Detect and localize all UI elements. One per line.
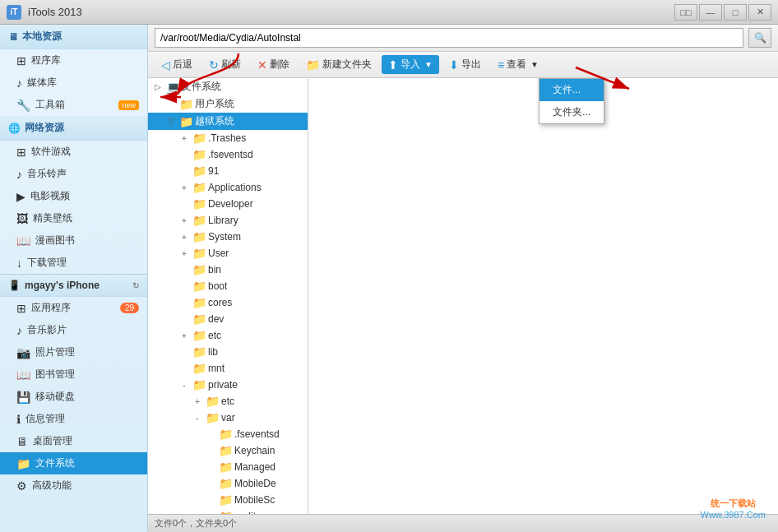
tree-item-etc[interactable]: + 📁 etc bbox=[148, 327, 308, 344]
tree-item-managed[interactable]: 📁 Managed bbox=[148, 459, 308, 475]
tree-item-root[interactable]: ▷ 💻 文件系统 bbox=[148, 78, 308, 95]
tree-item-lib[interactable]: 📁 lib bbox=[148, 344, 308, 360]
folder-icon: 📁 bbox=[219, 428, 233, 441]
tree-item-audit[interactable]: 📁 audit bbox=[148, 508, 308, 514]
network-section-header: 🌐 网络资源 bbox=[0, 116, 147, 141]
apps-icon: ⊞ bbox=[16, 302, 26, 315]
tree-item-private-etc[interactable]: + 📁 etc bbox=[148, 393, 308, 409]
sidebar-item-movies[interactable]: ▶ 电影视频 bbox=[0, 185, 147, 207]
export-icon: ⬇ bbox=[449, 58, 459, 72]
tree-toggle[interactable]: + bbox=[191, 397, 204, 406]
sidebar-item-music[interactable]: ♪ 音乐影片 bbox=[0, 319, 147, 341]
sidebar-item-books[interactable]: 📖 图书管理 bbox=[0, 363, 147, 386]
tree-toggle[interactable]: + bbox=[178, 216, 191, 225]
tree-item-cores[interactable]: 📁 cores bbox=[148, 294, 308, 311]
sidebar-item-apps[interactable]: ⊞ 应用程序 29 bbox=[0, 297, 147, 319]
tree-item-fsevents[interactable]: 📁 .fseventsd bbox=[148, 146, 308, 163]
tree-toggle bbox=[164, 99, 178, 109]
tree-toggle bbox=[178, 315, 191, 324]
title-minimize-btn[interactable]: — bbox=[699, 4, 722, 21]
games-icon: ⊞ bbox=[16, 146, 26, 159]
folder-icon: 📁 bbox=[192, 164, 206, 178]
sidebar-item-media[interactable]: ♪ 媒体库 bbox=[0, 72, 147, 94]
sidebar-item-filesystem[interactable]: 📁 文件系统 bbox=[0, 452, 147, 474]
tree-item-system[interactable]: + 📁 System bbox=[148, 229, 308, 245]
title-maximize[interactable]: □ bbox=[724, 4, 747, 21]
sidebar-item-tools[interactable]: 🔧 工具箱 new bbox=[0, 94, 147, 116]
tree-toggle[interactable]: + bbox=[178, 233, 191, 242]
ringtones-icon: ♪ bbox=[16, 168, 22, 181]
sidebar-item-photos[interactable]: 📷 照片管理 bbox=[0, 341, 147, 363]
new-folder-button[interactable]: 📁 新建文件夹 bbox=[299, 55, 378, 74]
tree-toggle[interactable]: + bbox=[178, 134, 191, 143]
device-header: 📱 mgayy's iPhone ↻ bbox=[0, 274, 147, 297]
tree-item-jailbreak[interactable]: ▽ 📁 越狱系统 bbox=[148, 113, 308, 130]
tree-toggle[interactable]: + bbox=[178, 183, 191, 192]
tree-item-trashes[interactable]: + 📁 .Trashes bbox=[148, 130, 308, 146]
sidebar-item-wallpapers[interactable]: 🖼 精美壁纸 bbox=[0, 207, 147, 229]
view-button[interactable]: ≡ 查看 ▼ bbox=[491, 55, 545, 74]
tree-item-boot[interactable]: 📁 boot bbox=[148, 278, 308, 294]
sidebar-item-desktop[interactable]: 🖥 桌面管理 bbox=[0, 430, 147, 452]
sidebar-item-info[interactable]: ℹ 信息管理 bbox=[0, 408, 147, 430]
title-close[interactable]: ✕ bbox=[748, 4, 771, 21]
tree-item-private[interactable]: - 📁 private bbox=[148, 377, 308, 393]
file-area: ▷ 💻 文件系统 📁 用户系统 ▽ 📁 越狱系统 bbox=[148, 78, 778, 514]
photos-icon: 📷 bbox=[16, 346, 30, 359]
network-icon: 🌐 bbox=[8, 123, 21, 134]
tree-item-mnt[interactable]: 📁 mnt bbox=[148, 360, 308, 377]
import-folder-item[interactable]: 文件夹... bbox=[540, 101, 604, 123]
tree-item-user[interactable]: + 📁 User bbox=[148, 245, 308, 261]
refresh-icon: ↻ bbox=[209, 58, 219, 72]
delete-icon: ✕ bbox=[257, 58, 267, 72]
search-button[interactable]: 🔍 bbox=[748, 28, 771, 48]
sidebar-item-advanced[interactable]: ⚙ 高级功能 bbox=[0, 474, 147, 497]
delete-button[interactable]: ✕ 删除 bbox=[251, 55, 296, 74]
sidebar-item-programs[interactable]: ⊞ 程序库 bbox=[0, 49, 147, 72]
sidebar-item-hdd[interactable]: 💾 移动硬盘 bbox=[0, 386, 147, 408]
monitor-icon: 🖥 bbox=[8, 31, 18, 43]
address-bar: 🔍 bbox=[148, 25, 778, 52]
folder-icon: 📁 bbox=[192, 197, 206, 210]
tree-toggle bbox=[204, 512, 217, 515]
export-button[interactable]: ⬇ 导出 bbox=[442, 55, 488, 74]
refresh-button[interactable]: ↻ 刷新 bbox=[202, 55, 248, 74]
folder-icon: 📁 bbox=[192, 214, 206, 227]
tree-toggle bbox=[178, 150, 191, 160]
tree-toggle[interactable]: ▷ bbox=[151, 82, 164, 91]
tree-item-dev[interactable]: 📁 dev bbox=[148, 311, 308, 327]
folder-icon: 📁 bbox=[219, 444, 233, 457]
tree-item-fsevents2[interactable]: 📁 .fseventsd bbox=[148, 426, 308, 442]
import-file-item[interactable]: 文件... bbox=[540, 79, 604, 101]
search-icon: 🔍 bbox=[754, 32, 766, 44]
tree-item-user-system[interactable]: 📁 用户系统 bbox=[148, 95, 308, 113]
sidebar-item-downloads[interactable]: ↓ 下载管理 bbox=[0, 252, 147, 274]
tree-toggle[interactable]: - bbox=[178, 381, 191, 390]
folder-icon: 📁 bbox=[192, 345, 206, 359]
address-input[interactable] bbox=[155, 28, 743, 48]
tree-item-developer[interactable]: 📁 Developer bbox=[148, 196, 308, 212]
tree-toggle[interactable]: - bbox=[191, 414, 204, 423]
tree-item-applications[interactable]: + 📁 Applications bbox=[148, 179, 308, 196]
sidebar-item-games[interactable]: ⊞ 软件游戏 bbox=[0, 141, 147, 163]
import-button[interactable]: ⬆ 导入 ▼ bbox=[382, 55, 439, 74]
app-title: iTools 2013 bbox=[28, 6, 82, 18]
tree-item-keychain[interactable]: 📁 Keychain bbox=[148, 442, 308, 459]
import-icon: ⬆ bbox=[388, 58, 398, 72]
sidebar-item-comics[interactable]: 📖 漫画图书 bbox=[0, 229, 147, 252]
title-minimize[interactable]: □□ bbox=[674, 4, 697, 21]
folder-icon: 📁 bbox=[192, 329, 206, 342]
tree-item-library[interactable]: + 📁 Library bbox=[148, 212, 308, 229]
tree-item-91[interactable]: 📁 91 bbox=[148, 163, 308, 179]
tree-item-bin[interactable]: 📁 bin bbox=[148, 261, 308, 278]
tree-toggle bbox=[204, 463, 217, 472]
tree-toggle[interactable]: + bbox=[178, 331, 191, 340]
folder-icon: 📁 bbox=[192, 148, 206, 161]
back-button[interactable]: ◁ 后退 bbox=[155, 55, 199, 74]
tree-item-mobilesc[interactable]: 📁 MobileSc bbox=[148, 492, 308, 508]
tree-item-private-var[interactable]: - 📁 var bbox=[148, 409, 308, 426]
tree-item-mobilede[interactable]: 📁 MobileDe bbox=[148, 475, 308, 492]
tree-toggle[interactable]: ▽ bbox=[164, 117, 178, 126]
tree-toggle[interactable]: + bbox=[178, 249, 191, 258]
sidebar-item-ringtones[interactable]: ♪ 音乐铃声 bbox=[0, 163, 147, 185]
